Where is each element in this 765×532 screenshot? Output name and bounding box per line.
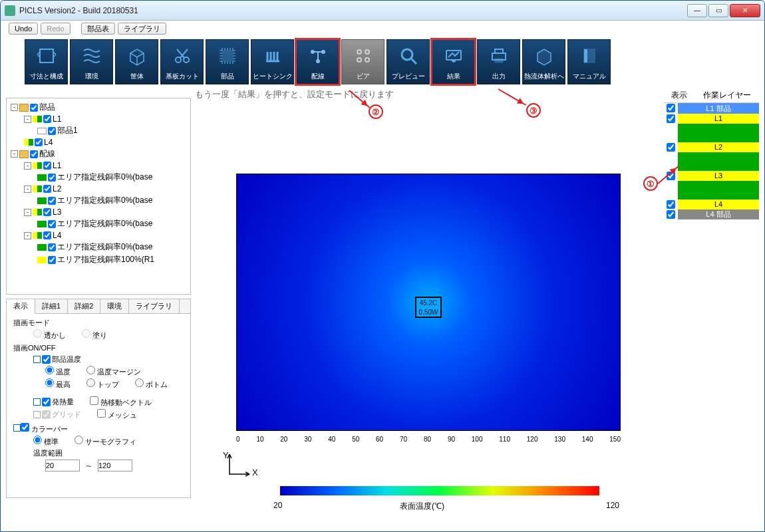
svg-point-10 [365,58,369,62]
library-button[interactable]: ライブラリ [118,23,166,35]
layer-l1-parts[interactable]: L1 部品 [678,103,759,114]
heatmap-plot[interactable]: 45.2C0.50W [236,174,621,431]
radio-temp-margin[interactable]: 温度マージン [86,366,141,377]
radio-standard[interactable]: 標準 [33,436,59,447]
tab-env[interactable]: 環境 [100,299,129,313]
tool-environment[interactable]: 環境 [70,39,113,84]
layer-cb-4[interactable] [667,200,675,209]
radio-transparent[interactable]: 透かし [33,329,66,340]
tree-node-wl4[interactable]: - L4 [7,230,190,241]
tool-wiring[interactable]: 配線 [296,39,339,84]
main-area: もう一度「結果」を押すと、設定モードに戻ります - 部品 - L1 部品1 L4… [1,88,764,531]
properties-tabs: 表示 詳細1 詳細2 環境 ライブラリ [7,299,190,314]
tool-heatsink[interactable]: ヒートシンク [251,39,294,84]
radio-thermography[interactable]: サーモグラフィ [75,436,136,447]
tool-preview[interactable]: プレビュー [386,39,430,84]
axes-icon: Y X [223,452,252,483]
tree-node-wl3[interactable]: - L3 [7,207,190,217]
undo-button[interactable]: Undo [9,23,38,35]
draw-onoff-label: 描画ON/OFF [13,343,184,353]
tree-node-wl1-item[interactable]: エリア指定残銅率0%(base [7,171,190,184]
window-buttons: — ▭ ✕ [687,4,760,17]
layer-gap-1[interactable] [678,124,759,142]
colorbar-labels: 20 120 [273,501,619,510]
layer-cb-0[interactable] [667,104,675,112]
radio-fill[interactable]: 塗り [82,329,107,340]
main-toolbar: 寸法と構成 環境 筐体 基板カット 部品 ヒートシンク 配線 ビア プレビュー … [1,37,764,88]
colorbar [280,486,599,495]
temp-range-label: 温度範囲 [33,449,63,457]
layer-l1[interactable]: L1 [678,114,759,124]
radio-temp[interactable]: 温度 [45,366,71,377]
layer-panel-header: 表示作業レイヤー [663,88,759,102]
draw-mode-label: 描画モード [13,318,184,328]
tab-library[interactable]: ライブラリ [129,299,180,313]
help-text: もう一度「結果」を押すと、設定モードに戻ります [195,88,394,100]
layer-cb-3[interactable] [667,172,675,180]
tool-output[interactable]: 出力 [477,39,520,84]
tree-node-wl3-item[interactable]: エリア指定残銅率0%(base [7,217,190,230]
parts-table-button[interactable]: 部品表 [81,23,115,35]
properties-body: 描画モード 透かし 塗り 描画ON/OFF 部品温度 温度 温度マージン [7,314,190,478]
svg-rect-0 [40,49,53,63]
layer-panel: 表示作業レイヤー L1 部品 L1 L2 L3 L4 L4 部品 [663,88,759,219]
hotspot-readout: 45.2C0.50W [415,297,442,318]
svg-rect-3 [222,51,233,61]
tree-node-wl2-item[interactable]: エリア指定残銅率0%(base [7,194,190,207]
app-window: PICLS Version2 - Build 20180531 — ▭ ✕ Un… [0,0,765,532]
tree-node-wl4-item1[interactable]: エリア指定残銅率0%(base [7,241,190,253]
cb-colorbar[interactable]: カラーバー [13,423,184,434]
tree-node-parts1[interactable]: 部品1 [7,124,190,137]
tool-enclosure[interactable]: 筐体 [115,39,158,84]
tool-result[interactable]: 結果 [432,39,475,84]
layer-cb-5[interactable] [667,210,675,219]
x-axis-ticks: 0102030405060708090100110120130140150 [236,436,621,443]
tool-via[interactable]: ビア [341,39,384,84]
radio-max[interactable]: 最高 [45,378,71,390]
tool-board-cut[interactable]: 基板カット [160,39,204,84]
cb-mesh[interactable]: メッシュ [97,409,137,420]
maximize-button[interactable]: ▭ [708,4,728,17]
tool-parts[interactable]: 部品 [206,39,249,84]
svg-rect-15 [495,59,503,63]
close-button[interactable]: ✕ [730,4,760,17]
svg-point-8 [365,50,369,54]
layer-l3[interactable]: L3 [678,171,759,181]
layer-gap-2[interactable] [678,152,759,171]
range-high-input[interactable] [98,460,132,471]
tab-display[interactable]: 表示 [7,299,35,314]
top-button-row: Undo Redo 部品表 ライブラリ [1,21,764,37]
tree-panel[interactable]: - 部品 - L1 部品1 L4 - 配線 - L1 エリア指定残銅率0%(ba… [6,98,191,295]
redo-button[interactable]: Redo [41,23,70,35]
tool-dimensions[interactable]: 寸法と構成 [25,39,68,84]
layer-cb-1[interactable] [667,114,675,123]
layer-cb-2[interactable] [667,143,675,152]
layer-l4[interactable]: L4 [678,200,759,209]
tab-detail2[interactable]: 詳細2 [68,299,100,313]
tool-thermal-analysis[interactable]: 熱流体解析へ [522,39,565,84]
tree-node-l1[interactable]: - L1 [7,114,190,124]
tree-node-wl4-item2[interactable]: エリア指定残銅率100%(R1 [7,253,190,266]
tree-node-wl1[interactable]: - L1 [7,160,190,171]
layer-l2[interactable]: L2 [678,142,759,152]
layer-l4-parts[interactable]: L4 部品 [678,209,759,219]
tree-node-wiring[interactable]: - 配線 [7,148,190,160]
svg-rect-17 [584,49,587,63]
cb-heat-vector[interactable]: 熱移動ベクトル [90,396,152,408]
minimize-button[interactable]: — [687,4,707,17]
range-low-input[interactable] [45,460,80,471]
radio-top[interactable]: トップ [86,378,119,390]
tool-manual[interactable]: マニュアル [567,39,611,84]
cb-heat[interactable]: 発熱量 [33,396,74,408]
radio-bottom[interactable]: ボトム [135,378,168,390]
cb-grid[interactable]: グリッド [33,409,81,420]
svg-point-9 [357,58,361,62]
tab-detail1[interactable]: 詳細1 [35,299,68,313]
layer-gap-3[interactable] [678,181,759,200]
tree-node-wl2[interactable]: - L2 [7,184,190,194]
cb-parts-temp[interactable]: 部品温度 [33,354,184,364]
tree-node-parts[interactable]: - 部品 [7,101,190,114]
svg-point-1 [176,57,181,63]
svg-point-7 [357,50,361,54]
tree-node-l4[interactable]: L4 [7,137,190,148]
